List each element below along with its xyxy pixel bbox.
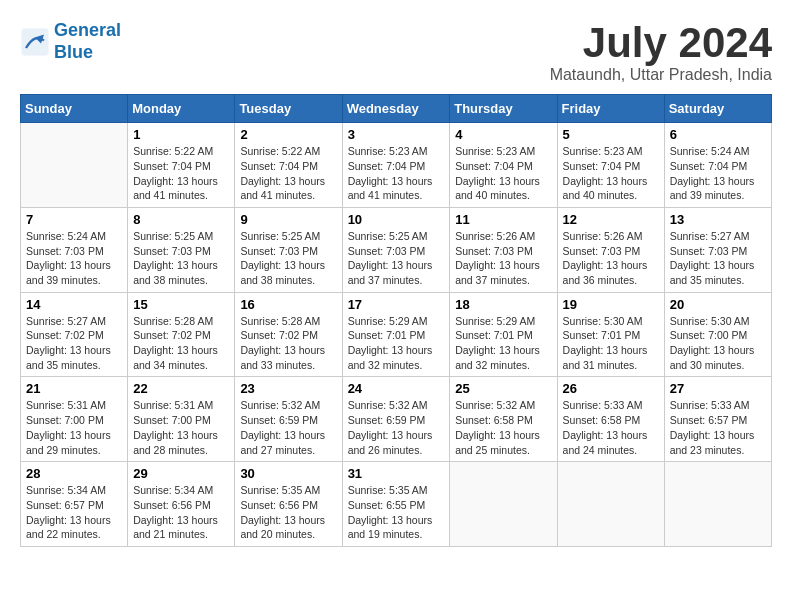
- day-info: Sunrise: 5:22 AM Sunset: 7:04 PM Dayligh…: [133, 144, 229, 203]
- page-header: General Blue July 2024 Mataundh, Uttar P…: [20, 20, 772, 84]
- day-number: 1: [133, 127, 229, 142]
- calendar-week-2: 7Sunrise: 5:24 AM Sunset: 7:03 PM Daylig…: [21, 207, 772, 292]
- calendar-week-5: 28Sunrise: 5:34 AM Sunset: 6:57 PM Dayli…: [21, 462, 772, 547]
- calendar-cell: 17Sunrise: 5:29 AM Sunset: 7:01 PM Dayli…: [342, 292, 450, 377]
- calendar-cell: 31Sunrise: 5:35 AM Sunset: 6:55 PM Dayli…: [342, 462, 450, 547]
- calendar-header-row: SundayMondayTuesdayWednesdayThursdayFrid…: [21, 95, 772, 123]
- day-info: Sunrise: 5:31 AM Sunset: 7:00 PM Dayligh…: [133, 398, 229, 457]
- calendar-cell: 2Sunrise: 5:22 AM Sunset: 7:04 PM Daylig…: [235, 123, 342, 208]
- day-number: 20: [670, 297, 766, 312]
- day-info: Sunrise: 5:32 AM Sunset: 6:59 PM Dayligh…: [348, 398, 445, 457]
- day-number: 4: [455, 127, 551, 142]
- day-number: 13: [670, 212, 766, 227]
- day-info: Sunrise: 5:34 AM Sunset: 6:56 PM Dayligh…: [133, 483, 229, 542]
- logo-icon: [20, 27, 50, 57]
- calendar-cell: 12Sunrise: 5:26 AM Sunset: 7:03 PM Dayli…: [557, 207, 664, 292]
- day-number: 22: [133, 381, 229, 396]
- day-number: 2: [240, 127, 336, 142]
- day-info: Sunrise: 5:33 AM Sunset: 6:57 PM Dayligh…: [670, 398, 766, 457]
- calendar-cell: 10Sunrise: 5:25 AM Sunset: 7:03 PM Dayli…: [342, 207, 450, 292]
- calendar-cell: 25Sunrise: 5:32 AM Sunset: 6:58 PM Dayli…: [450, 377, 557, 462]
- calendar-cell: 5Sunrise: 5:23 AM Sunset: 7:04 PM Daylig…: [557, 123, 664, 208]
- calendar-cell: 18Sunrise: 5:29 AM Sunset: 7:01 PM Dayli…: [450, 292, 557, 377]
- day-info: Sunrise: 5:25 AM Sunset: 7:03 PM Dayligh…: [348, 229, 445, 288]
- calendar-cell: 6Sunrise: 5:24 AM Sunset: 7:04 PM Daylig…: [664, 123, 771, 208]
- calendar-cell: 3Sunrise: 5:23 AM Sunset: 7:04 PM Daylig…: [342, 123, 450, 208]
- header-tuesday: Tuesday: [235, 95, 342, 123]
- header-wednesday: Wednesday: [342, 95, 450, 123]
- calendar-cell: 13Sunrise: 5:27 AM Sunset: 7:03 PM Dayli…: [664, 207, 771, 292]
- calendar-cell: 4Sunrise: 5:23 AM Sunset: 7:04 PM Daylig…: [450, 123, 557, 208]
- calendar-cell: 30Sunrise: 5:35 AM Sunset: 6:56 PM Dayli…: [235, 462, 342, 547]
- calendar-cell: [557, 462, 664, 547]
- svg-rect-0: [22, 28, 49, 55]
- day-number: 21: [26, 381, 122, 396]
- logo: General Blue: [20, 20, 121, 63]
- day-info: Sunrise: 5:24 AM Sunset: 7:03 PM Dayligh…: [26, 229, 122, 288]
- logo-line2: Blue: [54, 42, 93, 62]
- calendar-cell: 29Sunrise: 5:34 AM Sunset: 6:56 PM Dayli…: [128, 462, 235, 547]
- day-info: Sunrise: 5:26 AM Sunset: 7:03 PM Dayligh…: [563, 229, 659, 288]
- day-number: 23: [240, 381, 336, 396]
- header-thursday: Thursday: [450, 95, 557, 123]
- day-number: 15: [133, 297, 229, 312]
- header-saturday: Saturday: [664, 95, 771, 123]
- day-info: Sunrise: 5:29 AM Sunset: 7:01 PM Dayligh…: [455, 314, 551, 373]
- calendar-week-1: 1Sunrise: 5:22 AM Sunset: 7:04 PM Daylig…: [21, 123, 772, 208]
- day-number: 25: [455, 381, 551, 396]
- day-number: 18: [455, 297, 551, 312]
- day-info: Sunrise: 5:23 AM Sunset: 7:04 PM Dayligh…: [563, 144, 659, 203]
- calendar-cell: 20Sunrise: 5:30 AM Sunset: 7:00 PM Dayli…: [664, 292, 771, 377]
- calendar-cell: 23Sunrise: 5:32 AM Sunset: 6:59 PM Dayli…: [235, 377, 342, 462]
- day-number: 9: [240, 212, 336, 227]
- day-number: 11: [455, 212, 551, 227]
- day-number: 27: [670, 381, 766, 396]
- day-info: Sunrise: 5:32 AM Sunset: 6:58 PM Dayligh…: [455, 398, 551, 457]
- day-number: 3: [348, 127, 445, 142]
- calendar-cell: 28Sunrise: 5:34 AM Sunset: 6:57 PM Dayli…: [21, 462, 128, 547]
- calendar-week-3: 14Sunrise: 5:27 AM Sunset: 7:02 PM Dayli…: [21, 292, 772, 377]
- day-info: Sunrise: 5:27 AM Sunset: 7:03 PM Dayligh…: [670, 229, 766, 288]
- day-info: Sunrise: 5:23 AM Sunset: 7:04 PM Dayligh…: [348, 144, 445, 203]
- day-number: 10: [348, 212, 445, 227]
- day-number: 24: [348, 381, 445, 396]
- day-info: Sunrise: 5:25 AM Sunset: 7:03 PM Dayligh…: [240, 229, 336, 288]
- day-info: Sunrise: 5:35 AM Sunset: 6:56 PM Dayligh…: [240, 483, 336, 542]
- header-friday: Friday: [557, 95, 664, 123]
- header-sunday: Sunday: [21, 95, 128, 123]
- day-number: 7: [26, 212, 122, 227]
- calendar-cell: 1Sunrise: 5:22 AM Sunset: 7:04 PM Daylig…: [128, 123, 235, 208]
- calendar-cell: [21, 123, 128, 208]
- location-title: Mataundh, Uttar Pradesh, India: [550, 66, 772, 84]
- day-info: Sunrise: 5:22 AM Sunset: 7:04 PM Dayligh…: [240, 144, 336, 203]
- day-info: Sunrise: 5:27 AM Sunset: 7:02 PM Dayligh…: [26, 314, 122, 373]
- day-info: Sunrise: 5:32 AM Sunset: 6:59 PM Dayligh…: [240, 398, 336, 457]
- day-info: Sunrise: 5:34 AM Sunset: 6:57 PM Dayligh…: [26, 483, 122, 542]
- calendar-cell: 8Sunrise: 5:25 AM Sunset: 7:03 PM Daylig…: [128, 207, 235, 292]
- day-number: 29: [133, 466, 229, 481]
- day-info: Sunrise: 5:31 AM Sunset: 7:00 PM Dayligh…: [26, 398, 122, 457]
- calendar-cell: 19Sunrise: 5:30 AM Sunset: 7:01 PM Dayli…: [557, 292, 664, 377]
- calendar-cell: 21Sunrise: 5:31 AM Sunset: 7:00 PM Dayli…: [21, 377, 128, 462]
- calendar-cell: 22Sunrise: 5:31 AM Sunset: 7:00 PM Dayli…: [128, 377, 235, 462]
- day-number: 12: [563, 212, 659, 227]
- day-info: Sunrise: 5:26 AM Sunset: 7:03 PM Dayligh…: [455, 229, 551, 288]
- day-info: Sunrise: 5:30 AM Sunset: 7:00 PM Dayligh…: [670, 314, 766, 373]
- day-info: Sunrise: 5:33 AM Sunset: 6:58 PM Dayligh…: [563, 398, 659, 457]
- calendar-cell: [450, 462, 557, 547]
- calendar-week-4: 21Sunrise: 5:31 AM Sunset: 7:00 PM Dayli…: [21, 377, 772, 462]
- calendar-cell: 27Sunrise: 5:33 AM Sunset: 6:57 PM Dayli…: [664, 377, 771, 462]
- day-number: 26: [563, 381, 659, 396]
- calendar-table: SundayMondayTuesdayWednesdayThursdayFrid…: [20, 94, 772, 547]
- month-title: July 2024: [550, 20, 772, 66]
- calendar-cell: 15Sunrise: 5:28 AM Sunset: 7:02 PM Dayli…: [128, 292, 235, 377]
- calendar-cell: 9Sunrise: 5:25 AM Sunset: 7:03 PM Daylig…: [235, 207, 342, 292]
- calendar-cell: 26Sunrise: 5:33 AM Sunset: 6:58 PM Dayli…: [557, 377, 664, 462]
- calendar-cell: 16Sunrise: 5:28 AM Sunset: 7:02 PM Dayli…: [235, 292, 342, 377]
- day-number: 14: [26, 297, 122, 312]
- day-info: Sunrise: 5:28 AM Sunset: 7:02 PM Dayligh…: [133, 314, 229, 373]
- day-number: 28: [26, 466, 122, 481]
- day-number: 17: [348, 297, 445, 312]
- day-number: 31: [348, 466, 445, 481]
- logo-line1: General: [54, 20, 121, 40]
